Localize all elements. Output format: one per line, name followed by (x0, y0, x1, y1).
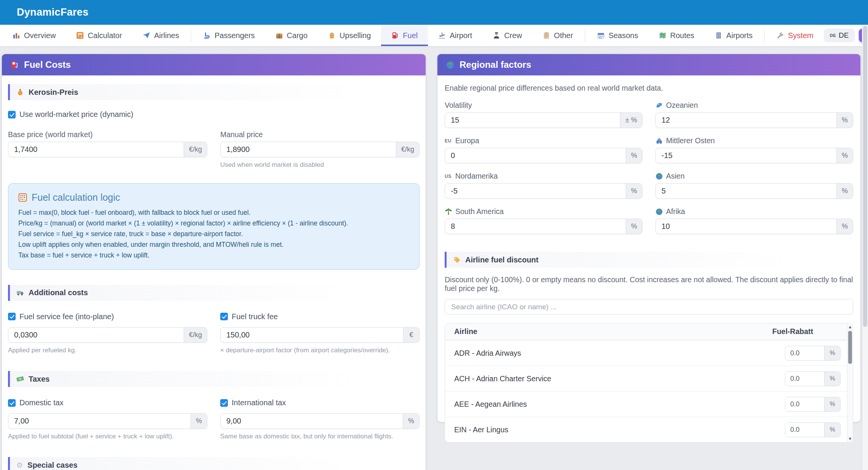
globe-asia-icon (655, 173, 663, 180)
fuel-costs-panel: Fuel Costs Kerosin-Preis Use world-marke… (2, 54, 426, 470)
tab-crew[interactable]: Crew (482, 25, 532, 46)
airline-discount-section-header: Airline fuel discount (445, 252, 853, 268)
truck-fee-hint: × departure-airport factor (from airport… (220, 346, 420, 354)
domestic-tax-field: Domestic tax % Applied to fuel subtotal … (8, 398, 207, 440)
de-flag-icon: DE (830, 33, 836, 38)
airline-search-input[interactable] (445, 299, 853, 315)
unit-suffix: % (626, 148, 642, 163)
manual-price-input[interactable] (221, 142, 396, 157)
scroll-up-icon[interactable]: ▲ (847, 325, 853, 329)
building-icon (715, 32, 722, 39)
discount-input-group: % (785, 346, 841, 361)
seat-icon (203, 32, 211, 39)
truck-fee-input[interactable] (221, 328, 403, 342)
nav-divider (764, 29, 765, 42)
europa-field: EU Europa % (445, 136, 642, 163)
scrollbar-thumb[interactable] (848, 331, 852, 364)
unit-suffix: €/kg (396, 142, 419, 157)
tab-airlines[interactable]: Airlines (132, 25, 189, 46)
volatility-field: Volatility ± % (445, 101, 642, 128)
checkbox-checked[interactable] (8, 111, 16, 118)
discount-input[interactable] (785, 423, 824, 437)
calc-logic-line: Tax base = fuel + service + truck + low … (18, 252, 409, 259)
tab-routes[interactable]: Routes (649, 25, 705, 46)
tab-overview[interactable]: Overview (2, 25, 66, 46)
tab-other[interactable]: Other (532, 25, 583, 46)
column-header-airline: Airline (454, 327, 477, 336)
service-fee-input[interactable] (8, 328, 184, 342)
map-icon (659, 32, 666, 39)
airline-row: ACH - Adrian Charter Service % (445, 366, 853, 391)
tab-airport[interactable]: Airport (428, 25, 482, 46)
tab-upselling[interactable]: Upselling (318, 25, 381, 46)
international-tax-checkbox[interactable]: International tax (220, 398, 420, 407)
scroll-down-icon[interactable]: ▼ (847, 437, 853, 441)
international-tax-hint: Same base as domestic tax, but only for … (220, 432, 420, 440)
world-market-checkbox[interactable]: Use world-market price (dynamic) (8, 110, 420, 119)
unit-suffix: % (836, 148, 853, 163)
international-tax-input[interactable] (221, 414, 403, 428)
asien-field: Asien % (655, 172, 853, 199)
discount-input[interactable] (785, 346, 824, 360)
calc-logic-line: Fuel service = fuel_kg × service rate, t… (18, 230, 409, 238)
tab-system[interactable]: System (766, 25, 824, 46)
south-america-input[interactable] (445, 219, 626, 234)
nordamerika-input[interactable] (445, 184, 626, 198)
us-flag-icon: US (445, 174, 452, 179)
fuel-calculation-info-box: Fuel calculation logic Fuel = max(0, blo… (8, 183, 420, 270)
discount-description: Discount only (0-100%). 0 or empty means… (445, 275, 853, 293)
tab-seasons[interactable]: Seasons (587, 25, 649, 46)
lang-de-button[interactable]: DE DE (824, 29, 855, 42)
package-icon (275, 32, 283, 39)
taxes-section-header: Taxes (8, 371, 420, 387)
column-header-rabatt: Fuel-Rabatt (772, 327, 813, 336)
page-scrollbar-thumb[interactable] (863, 26, 867, 327)
globe-icon (446, 61, 455, 69)
page-scrollbar[interactable] (862, 25, 868, 470)
tab-calculator[interactable]: Calculator (66, 25, 132, 46)
truck-fee-checkbox[interactable]: Fuel truck fee (220, 312, 420, 321)
afrika-input[interactable] (656, 219, 836, 234)
discount-input[interactable] (785, 397, 824, 411)
tab-airports[interactable]: Airports (705, 25, 763, 46)
discount-input[interactable] (785, 372, 824, 386)
calc-logic-line: Low uplift applies only when enabled, un… (18, 241, 409, 249)
checkbox-checked[interactable] (8, 313, 16, 320)
checkbox-checked[interactable] (220, 399, 228, 407)
fuel-pump-icon (10, 61, 19, 69)
table-scrollbar[interactable]: ▲ ▼ (847, 323, 853, 442)
calendar-icon (597, 32, 605, 39)
asien-input[interactable] (656, 184, 836, 198)
checkbox-checked[interactable] (8, 399, 16, 407)
tab-cargo[interactable]: Cargo (265, 25, 318, 46)
checkbox-checked[interactable] (220, 313, 228, 320)
unit-suffix: % (626, 219, 642, 234)
service-fee-checkbox[interactable]: Fuel service fee (into-plane) (8, 312, 207, 321)
base-price-input[interactable] (8, 142, 184, 157)
fuel-costs-header: Fuel Costs (2, 54, 426, 75)
main-nav: Overview Calculator Airlines Passengers … (0, 25, 868, 46)
mosque-icon (655, 137, 663, 145)
manual-price-field: Manual price €/kg Used when world market… (220, 130, 420, 169)
app-title: DynamicFares (17, 6, 88, 18)
airline-row: AEE - Aegean Airlines % (445, 391, 853, 417)
tab-fuel[interactable]: Fuel (381, 25, 428, 46)
calc-logic-line: Fuel = max(0, block fuel - fuel onboard)… (18, 209, 409, 217)
nav-divider (585, 29, 585, 42)
panel-title: Regional factors (460, 59, 531, 70)
domestic-tax-checkbox[interactable]: Domestic tax (8, 398, 207, 407)
unit-suffix: % (836, 219, 853, 234)
domestic-tax-input[interactable] (8, 414, 191, 428)
kerosin-section-header: Kerosin-Preis (8, 84, 420, 100)
ozeanien-input[interactable] (656, 113, 836, 128)
tab-passengers[interactable]: Passengers (193, 25, 265, 46)
ozeanien-field: Ozeanien % (655, 101, 853, 128)
unit-suffix: % (626, 184, 642, 198)
mittlerer-osten-field: Mittlerer Osten % (655, 136, 853, 163)
mittlerer-osten-input[interactable] (656, 148, 836, 163)
volatility-input[interactable] (445, 113, 620, 128)
clipboard-icon (543, 32, 550, 39)
unit-suffix: €/kg (184, 328, 207, 342)
europa-input[interactable] (445, 148, 626, 163)
airline-row: EIN - Aer Lingus % (445, 417, 853, 442)
